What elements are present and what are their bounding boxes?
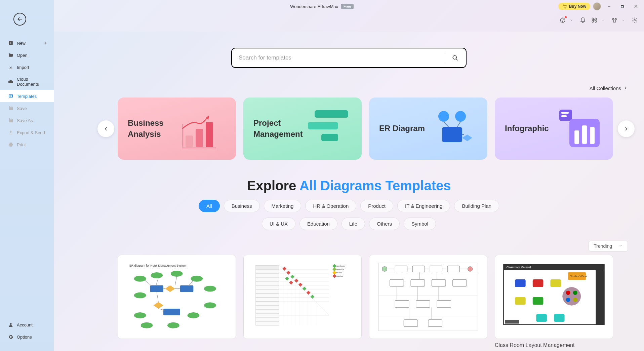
sidebar-item-label: Save As (17, 118, 33, 123)
svg-point-0 (564, 8, 564, 8)
bell-icon[interactable] (579, 17, 586, 24)
svg-text:Teacher's Desk: Teacher's Desk (570, 275, 587, 278)
buy-now-button[interactable]: Buy Now (558, 3, 590, 10)
template-name: Class Room Layout Management (495, 342, 613, 348)
explore-heading: Explore All Diagrams Templates (247, 178, 451, 193)
filter-chip-ui-ux[interactable]: UI & UX (262, 218, 295, 230)
template-card[interactable] (369, 255, 487, 348)
all-collections-label: All Collections (590, 85, 621, 91)
carousel-prev-button[interactable] (97, 120, 114, 137)
save-icon (8, 106, 13, 111)
filter-chip-education[interactable]: Education (299, 218, 337, 230)
svg-line-68 (157, 292, 159, 302)
svg-rect-19 (11, 96, 12, 97)
svg-rect-48 (163, 309, 180, 315)
svg-rect-132 (390, 279, 404, 286)
svg-point-61 (167, 322, 179, 328)
minimize-button[interactable] (604, 2, 614, 11)
card-title: ER Diagram (379, 123, 425, 134)
svg-rect-33 (442, 127, 462, 142)
svg-rect-43 (582, 125, 587, 144)
sidebar-item-label: Cloud Documents (17, 77, 48, 87)
plus-icon[interactable] (43, 40, 48, 46)
collection-card-er-diagram[interactable]: ER Diagram (369, 98, 487, 160)
sidebar-item-open[interactable]: Open (0, 49, 54, 61)
sidebar-item-cloud[interactable]: Cloud Documents (0, 73, 54, 90)
all-collections-link[interactable]: All Collections (590, 85, 628, 91)
collections-carousel: Business Analysis Project Management ER … (54, 98, 644, 160)
search-box[interactable] (231, 48, 467, 68)
collection-card-business-analysis[interactable]: Business Analysis (118, 98, 236, 160)
sidebar-item-label: Templates (17, 94, 37, 99)
svg-rect-154 (550, 279, 561, 287)
chevron-down-icon[interactable] (620, 17, 627, 24)
filter-chip-others[interactable]: Others (369, 218, 400, 230)
template-thumbnail: mandatorydesirableneutralnegative (243, 255, 362, 339)
svg-rect-157 (536, 314, 547, 322)
svg-point-147 (562, 287, 581, 305)
sidebar-item-label: New (17, 41, 26, 46)
sidebar-item-new[interactable]: New (0, 37, 54, 49)
search-button[interactable] (451, 54, 459, 62)
chevron-down-icon[interactable] (600, 17, 606, 24)
close-button[interactable] (631, 2, 641, 11)
help-icon[interactable] (559, 17, 566, 24)
svg-marker-49 (165, 285, 175, 292)
sort-dropdown[interactable]: Trending (589, 241, 628, 251)
svg-rect-78 (256, 297, 279, 301)
collection-card-project-management[interactable]: Project Management (243, 98, 362, 160)
sidebar-item-save-as: Save As (0, 114, 54, 126)
filter-chip-building-plan[interactable]: Building Plan (454, 200, 499, 212)
avatar[interactable] (593, 2, 601, 10)
svg-point-52 (151, 272, 163, 278)
filter-chip-life[interactable]: Life (341, 218, 365, 230)
app-name: Wondershare EdrawMax (290, 4, 338, 9)
sidebar-item-label: Import (17, 65, 29, 70)
filter-chip-symbol[interactable]: Symbol (404, 218, 436, 230)
svg-point-55 (204, 285, 216, 291)
back-button[interactable] (13, 13, 26, 26)
filter-chip-business[interactable]: Business (224, 200, 260, 212)
svg-point-126 (382, 267, 387, 272)
template-card[interactable]: Classroom Material Teacher's Desk Class … (495, 255, 613, 348)
plus-square-icon (8, 40, 13, 46)
svg-rect-153 (533, 279, 544, 287)
filter-chip-it-engineering[interactable]: IT & Engineering (397, 200, 450, 212)
tshirt-icon[interactable] (611, 17, 618, 24)
sidebar-item-save: Save (0, 102, 54, 114)
sidebar-item-options[interactable]: Options (0, 331, 54, 343)
svg-line-35 (457, 122, 460, 127)
svg-point-60 (141, 322, 153, 328)
filter-chip-marketing[interactable]: Marketing (264, 200, 301, 212)
chevron-down-icon[interactable] (568, 17, 575, 24)
er-diagram-icon (430, 107, 477, 151)
collection-card-infographic[interactable]: Infographic (495, 98, 613, 160)
template-thumbnail: ER diagram for Hotel Management System (118, 255, 236, 339)
titlebar-right: Buy Now (558, 2, 641, 11)
search-input[interactable] (239, 54, 445, 61)
svg-line-65 (189, 280, 194, 286)
template-card[interactable]: ER diagram for Hotel Management System (118, 255, 236, 348)
filter-chip-all[interactable]: All (199, 200, 220, 212)
sidebar-item-label: Save (17, 106, 27, 111)
svg-point-148 (566, 290, 570, 295)
svg-point-56 (134, 292, 146, 298)
sidebar-item-import[interactable]: Import (0, 61, 54, 73)
filter-chip-product[interactable]: Product (360, 200, 393, 212)
template-thumbnail: Classroom Material Teacher's Desk (495, 255, 613, 339)
command-icon[interactable] (591, 17, 598, 24)
svg-rect-73 (256, 277, 279, 281)
svg-point-131 (468, 267, 473, 272)
maximize-button[interactable] (617, 2, 628, 11)
header-toolbar (559, 17, 638, 24)
filter-chip-hr-operation[interactable]: HR & Operation (305, 200, 356, 212)
gear-icon[interactable] (631, 17, 638, 24)
svg-rect-46 (150, 285, 164, 292)
sidebar-item-account[interactable]: Account (0, 319, 54, 331)
carousel-next-button[interactable] (618, 120, 635, 137)
template-card[interactable]: mandatorydesirableneutralnegative (243, 255, 362, 348)
sidebar-item-templates[interactable]: Templates (0, 90, 54, 102)
svg-point-31 (438, 111, 449, 122)
filter-chips: All Business Marketing HR & Operation Pr… (199, 200, 499, 230)
svg-text:ER diagram for Hotel Managemen: ER diagram for Hotel Management System (129, 264, 187, 267)
